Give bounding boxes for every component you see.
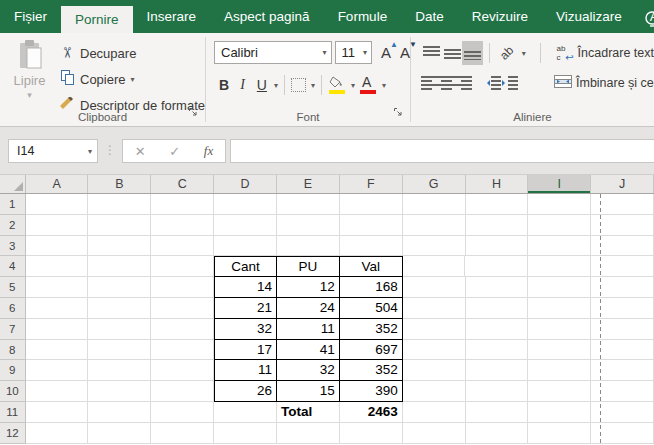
cell-A8[interactable]	[26, 340, 89, 361]
underline-caret-icon[interactable]: ▾	[274, 81, 278, 90]
cell-D9[interactable]: 11	[214, 360, 277, 381]
cell-D3[interactable]	[214, 236, 277, 257]
cell-C11[interactable]	[151, 402, 214, 423]
cell-I4[interactable]	[528, 256, 591, 277]
cell-C3[interactable]	[151, 236, 214, 257]
cell-G12[interactable]	[403, 423, 466, 444]
decrease-font-size-button[interactable]: A▼	[400, 44, 410, 61]
cell-H8[interactable]	[466, 340, 529, 361]
copy-dropdown-caret-icon[interactable]: ▾	[131, 75, 135, 84]
cell-E11[interactable]: Total	[277, 402, 340, 423]
name-box[interactable]: I14 ▾	[8, 139, 98, 163]
cell-A11[interactable]	[26, 402, 89, 423]
bold-button[interactable]: B	[214, 77, 234, 93]
cell-D10[interactable]: 26	[214, 381, 277, 402]
cell-I12[interactable]	[528, 423, 591, 444]
column-header-D[interactable]: D	[214, 175, 277, 193]
cell-I6[interactable]	[528, 298, 591, 319]
cell-H12[interactable]	[466, 423, 529, 444]
align-bottom-button[interactable]	[462, 41, 483, 65]
cell-B7[interactable]	[88, 319, 151, 340]
formula-input[interactable]	[230, 139, 654, 163]
column-header-H[interactable]: H	[466, 175, 529, 193]
cell-F12[interactable]	[340, 423, 403, 444]
tab-formule[interactable]: Formule	[324, 0, 402, 33]
cell-E12[interactable]	[277, 423, 340, 444]
column-header-I[interactable]: I	[528, 175, 591, 193]
row-header-8[interactable]: 8	[0, 340, 26, 361]
cell-D6[interactable]: 21	[214, 298, 277, 319]
cell-B2[interactable]	[88, 215, 151, 236]
cell-C9[interactable]	[151, 360, 214, 381]
cell-E2[interactable]	[277, 215, 340, 236]
column-header-C[interactable]: C	[151, 175, 214, 193]
cell-F7[interactable]: 352	[340, 319, 403, 340]
cell-E1[interactable]	[277, 194, 340, 215]
cell-H4[interactable]	[465, 256, 528, 277]
cancel-button[interactable]: ✕	[135, 144, 146, 159]
cell-C8[interactable]	[151, 340, 214, 361]
cell-I11[interactable]	[528, 402, 591, 423]
cell-A1[interactable]	[26, 194, 89, 215]
cell-D2[interactable]	[214, 215, 277, 236]
row-header-6[interactable]: 6	[0, 298, 26, 319]
cell-E9[interactable]: 32	[277, 360, 340, 381]
cell-B10[interactable]	[88, 381, 151, 402]
row-header-3[interactable]: 3	[0, 236, 26, 257]
cell-B6[interactable]	[88, 298, 151, 319]
cell-G7[interactable]	[403, 319, 466, 340]
cell-G1[interactable]	[403, 194, 466, 215]
cell-E7[interactable]: 11	[277, 319, 340, 340]
cell-C6[interactable]	[151, 298, 214, 319]
cell-G10[interactable]	[403, 381, 466, 402]
cell-I2[interactable]	[528, 215, 591, 236]
row-header-4[interactable]: 4	[0, 256, 26, 277]
cell-F11[interactable]: 2463	[340, 402, 403, 423]
name-box-caret-icon[interactable]: ▾	[88, 147, 92, 156]
cell-I5[interactable]	[528, 277, 591, 298]
cell-C4[interactable]	[151, 256, 214, 277]
cell-A7[interactable]	[26, 319, 89, 340]
underline-button[interactable]: U	[251, 77, 269, 93]
font-size-combobox[interactable]: 11 ▾	[335, 41, 372, 64]
cell-C1[interactable]	[151, 194, 214, 215]
cut-button[interactable]: ✂ Decupare	[57, 40, 205, 66]
cell-F6[interactable]: 504	[340, 298, 403, 319]
cell-G3[interactable]	[403, 236, 466, 257]
cell-F8[interactable]: 697	[340, 340, 403, 361]
row-header-12[interactable]: 12	[0, 423, 26, 444]
cell-H5[interactable]	[466, 277, 529, 298]
row-header-9[interactable]: 9	[0, 360, 26, 381]
cell-F4[interactable]: Val	[340, 256, 403, 277]
decrease-indent-button[interactable]	[484, 71, 501, 95]
cell-G2[interactable]	[403, 215, 466, 236]
cell-F1[interactable]	[340, 194, 403, 215]
column-header-J[interactable]: J	[591, 175, 654, 193]
row-header-11[interactable]: 11	[0, 402, 26, 423]
align-center-button[interactable]	[438, 71, 455, 95]
tab-aspect-pagină[interactable]: Aspect pagină	[210, 0, 324, 33]
cell-H3[interactable]	[466, 236, 529, 257]
cell-F5[interactable]: 168	[340, 277, 403, 298]
cell-B8[interactable]	[88, 340, 151, 361]
cell-D4[interactable]: Cant	[214, 256, 277, 277]
align-top-button[interactable]	[421, 41, 442, 65]
align-left-button[interactable]	[421, 71, 438, 95]
cell-H7[interactable]	[466, 319, 529, 340]
cell-C7[interactable]	[151, 319, 214, 340]
cell-B11[interactable]	[88, 402, 151, 423]
cell-A5[interactable]	[26, 277, 89, 298]
cell-D8[interactable]: 17	[214, 340, 277, 361]
italic-button[interactable]: I	[234, 77, 251, 93]
tab-fișier[interactable]: Fișier	[0, 0, 61, 33]
cell-I1[interactable]	[528, 194, 591, 215]
cell-C2[interactable]	[151, 215, 214, 236]
cell-B1[interactable]	[88, 194, 151, 215]
cell-A2[interactable]	[26, 215, 89, 236]
cell-E10[interactable]: 15	[277, 381, 340, 402]
cell-F9[interactable]: 352	[340, 360, 403, 381]
cell-I10[interactable]	[528, 381, 591, 402]
cell-H2[interactable]	[466, 215, 529, 236]
wrap-text-button[interactable]: abc↩ Încadrare text	[557, 45, 654, 61]
tab-revizuire[interactable]: Revizuire	[458, 0, 542, 33]
